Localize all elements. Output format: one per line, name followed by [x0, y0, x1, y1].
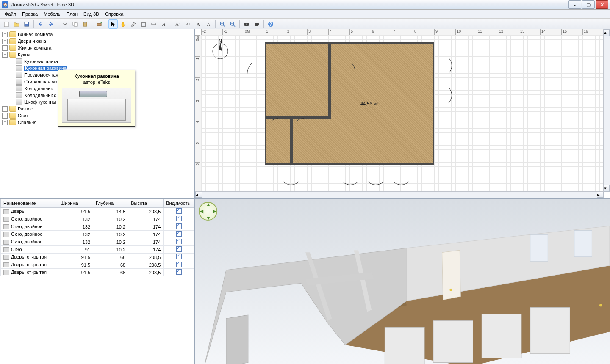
new-button[interactable]	[2, 19, 11, 29]
table-row[interactable]: Окно, двойное 132 10,2 174	[1, 223, 194, 231]
col-height[interactable]: Высота	[128, 199, 164, 208]
tree-folder[interactable]: +Жилая комната	[1, 44, 194, 51]
tree-item[interactable]: Кухонная плита	[1, 58, 194, 65]
cell-visibility[interactable]	[164, 223, 194, 231]
pan-tool[interactable]: ✋	[119, 19, 128, 29]
text-tool[interactable]: A	[159, 19, 169, 29]
save-button[interactable]	[22, 19, 31, 29]
menu-furniture[interactable]: Мебель	[41, 11, 63, 17]
cell-visibility[interactable]	[164, 238, 194, 246]
wall-tool[interactable]	[129, 19, 138, 29]
expand-icon[interactable]: +	[2, 120, 8, 125]
bold-button[interactable]: A	[194, 19, 203, 29]
cell-visibility[interactable]	[164, 261, 194, 269]
scrollbar-vertical[interactable]: ▴ ▾	[603, 29, 610, 192]
col-visibility[interactable]: Видимость	[164, 199, 194, 208]
checkbox-icon[interactable]	[176, 239, 182, 244]
video-button[interactable]	[252, 19, 261, 29]
nav-down-icon[interactable]: ▼	[206, 215, 211, 221]
menu-3dview[interactable]: Вид 3D	[80, 11, 102, 17]
menu-edit[interactable]: Правка	[19, 11, 41, 17]
expand-icon[interactable]: +	[2, 39, 8, 44]
undo-button[interactable]	[36, 19, 45, 29]
help-button[interactable]: ?	[266, 19, 275, 29]
tooltip-author: автор: eTeks	[62, 80, 131, 85]
checkbox-icon[interactable]	[176, 254, 182, 259]
menu-file[interactable]: Файл	[2, 11, 19, 17]
view3d[interactable]: ▲ ▼ ◀ ▶	[195, 199, 610, 364]
cell-visibility[interactable]	[164, 254, 194, 261]
camera-button[interactable]	[242, 19, 251, 29]
checkbox-icon[interactable]	[176, 262, 182, 267]
ruler-tick: 2	[286, 29, 307, 35]
cut-button[interactable]: ✂	[60, 19, 69, 29]
text-dec-button[interactable]: A↓	[183, 19, 193, 29]
svg-point-13	[246, 24, 247, 25]
copy-button[interactable]	[70, 19, 80, 29]
table-row[interactable]: Дверь 91,5 14,5 208,5	[1, 208, 194, 215]
italic-button[interactable]: A	[204, 19, 213, 29]
cell-visibility[interactable]	[164, 231, 194, 238]
table-row[interactable]: Окно, двойное 132 10,2 174	[1, 238, 194, 246]
zoom-in-button[interactable]	[218, 19, 227, 29]
expand-icon[interactable]: +	[2, 106, 8, 112]
add-furniture-button[interactable]: +	[94, 19, 104, 29]
checkbox-icon[interactable]	[176, 223, 182, 229]
col-depth[interactable]: Глубина	[93, 199, 128, 208]
nav-up-icon[interactable]: ▲	[206, 202, 211, 207]
checkbox-icon[interactable]	[176, 269, 182, 275]
maximize-button[interactable]: ▢	[582, 0, 595, 9]
table-row[interactable]: Окно, двойное 132 10,2 174	[1, 215, 194, 223]
cell-width: 91,5	[58, 208, 93, 215]
menu-plan[interactable]: План	[64, 11, 81, 17]
tree-folder[interactable]: −Кухня	[1, 51, 194, 58]
folder-icon	[9, 38, 16, 44]
plan-view[interactable]: -2-10м12345678910111213141516 0м123456 N	[195, 29, 610, 198]
open-button[interactable]	[12, 19, 21, 29]
expand-icon[interactable]: +	[2, 32, 8, 37]
dimension-tool[interactable]	[149, 19, 158, 29]
cell-visibility[interactable]	[164, 215, 194, 223]
nav-left-icon[interactable]: ◀	[200, 209, 203, 214]
col-width[interactable]: Ширина	[58, 199, 93, 208]
table-row[interactable]: Окно 91 10,2 174	[1, 246, 194, 254]
checkbox-icon[interactable]	[176, 246, 182, 252]
checkbox-icon[interactable]	[176, 208, 182, 214]
svg-rect-6	[84, 22, 86, 23]
expand-icon[interactable]: −	[2, 52, 8, 58]
nav-right-icon[interactable]: ▶	[213, 209, 216, 214]
room-tool[interactable]	[139, 19, 148, 29]
expand-icon[interactable]: +	[2, 113, 8, 119]
view3d-panel: ▲ ▼ ◀ ▶	[195, 198, 610, 364]
checkbox-icon[interactable]	[176, 231, 182, 237]
table-row[interactable]: Дверь, открытая 91,5 68 208,5	[1, 254, 194, 261]
select-tool[interactable]	[108, 19, 118, 29]
paste-button[interactable]	[80, 19, 90, 29]
redo-button[interactable]	[46, 19, 55, 29]
scrollbar-horizontal[interactable]: ◂ ▸	[195, 191, 604, 198]
tree-folder[interactable]: +Ванная комната	[1, 31, 194, 38]
tree-folder[interactable]: +Двери и окна	[1, 38, 194, 44]
furniture-table[interactable]: Наименование Ширина Глубина Высота Видим…	[0, 199, 194, 276]
cell-visibility[interactable]	[164, 208, 194, 215]
text-inc-button[interactable]: A↑	[173, 19, 183, 29]
expand-icon[interactable]: +	[2, 45, 8, 51]
cell-visibility[interactable]	[164, 246, 194, 254]
cell-visibility[interactable]	[164, 269, 194, 276]
wall-interior	[328, 42, 331, 118]
table-row[interactable]: Дверь, открытая 91,5 68 208,5	[1, 261, 194, 269]
ruler-tick: 6	[371, 29, 392, 35]
table-row[interactable]: Окно, двойное 132 10,2 174	[1, 231, 194, 238]
folder-label: Свет	[18, 113, 28, 118]
table-row[interactable]: Дверь, открытая 91,5 68 208,5	[1, 269, 194, 276]
ruler-tick: 4	[195, 120, 200, 141]
row-icon	[3, 247, 9, 252]
col-name[interactable]: Наименование	[1, 199, 58, 208]
nav3d-widget[interactable]: ▲ ▼ ◀ ▶	[199, 202, 217, 221]
close-button[interactable]: ✕	[596, 0, 608, 9]
menu-help[interactable]: Справка	[102, 11, 126, 17]
checkbox-icon[interactable]	[176, 216, 182, 221]
object-icon	[16, 79, 22, 85]
zoom-out-button[interactable]	[228, 19, 237, 29]
minimize-button[interactable]: -	[568, 0, 581, 9]
